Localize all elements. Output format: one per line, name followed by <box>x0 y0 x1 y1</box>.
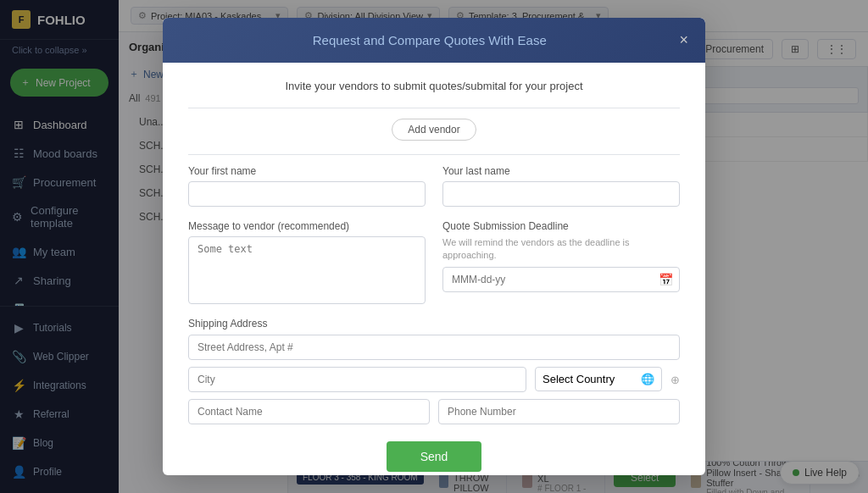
country-group: Select Country 🌐 <box>535 367 662 392</box>
shipping-label: Shipping Address <box>188 318 680 330</box>
country-select-label: Select Country <box>542 373 615 385</box>
city-input[interactable] <box>188 367 526 392</box>
message-deadline-row: Message to vendor (recommended) Quote Su… <box>188 220 680 304</box>
city-country-row: Select Country 🌐 ⊕ <box>188 367 680 392</box>
contact-name-input[interactable] <box>188 399 430 424</box>
deadline-input[interactable] <box>442 267 680 292</box>
contact-row <box>188 399 680 424</box>
street-row <box>188 335 680 360</box>
modal-body: Invite your vendors to submit quotes/sub… <box>163 63 705 475</box>
phone-input[interactable] <box>438 399 680 424</box>
globe-icon: 🌐 <box>641 373 654 385</box>
first-name-label: Your first name <box>188 165 426 177</box>
modal-title: Request and Compare Quotes With Ease <box>180 33 679 47</box>
add-vendor-button[interactable]: Add vendor <box>392 119 476 141</box>
deadline-label: Quote Submission Deadline <box>442 220 680 232</box>
modal: Request and Compare Quotes With Ease × I… <box>163 18 705 475</box>
modal-header: Request and Compare Quotes With Ease × <box>163 18 705 63</box>
name-row: Your first name Your last name <box>188 165 680 207</box>
date-input-wrap: 📅 <box>442 267 680 292</box>
address-section: Shipping Address Select Country 🌐 ⊕ <box>188 318 680 424</box>
deadline-group: Quote Submission Deadline We will remind… <box>442 220 680 304</box>
calendar-icon: 📅 <box>659 273 673 286</box>
deadline-hint: We will remind the vendors as the deadli… <box>442 236 680 263</box>
message-group: Message to vendor (recommended) <box>188 220 426 304</box>
country-select-wrap[interactable]: Select Country 🌐 <box>535 367 662 391</box>
send-button[interactable]: Send <box>387 441 482 472</box>
last-name-input[interactable] <box>442 181 680 207</box>
first-name-input[interactable] <box>188 181 426 207</box>
modal-divider <box>188 108 680 108</box>
last-name-group: Your last name <box>442 165 680 207</box>
street-input[interactable] <box>188 335 680 360</box>
modal-divider-2 <box>188 154 680 155</box>
modal-close-button[interactable]: × <box>679 31 688 49</box>
expand-icon: ⊕ <box>670 367 680 392</box>
last-name-label: Your last name <box>442 165 680 177</box>
message-label: Message to vendor (recommended) <box>188 220 426 232</box>
first-name-group: Your first name <box>188 165 426 207</box>
app-container: F FOHLIO Click to collapse » ＋ New Proje… <box>0 0 868 493</box>
modal-subtitle: Invite your vendors to submit quotes/sub… <box>188 80 680 92</box>
message-input[interactable] <box>188 236 426 304</box>
modal-overlay[interactable]: Request and Compare Quotes With Ease × I… <box>0 0 868 493</box>
